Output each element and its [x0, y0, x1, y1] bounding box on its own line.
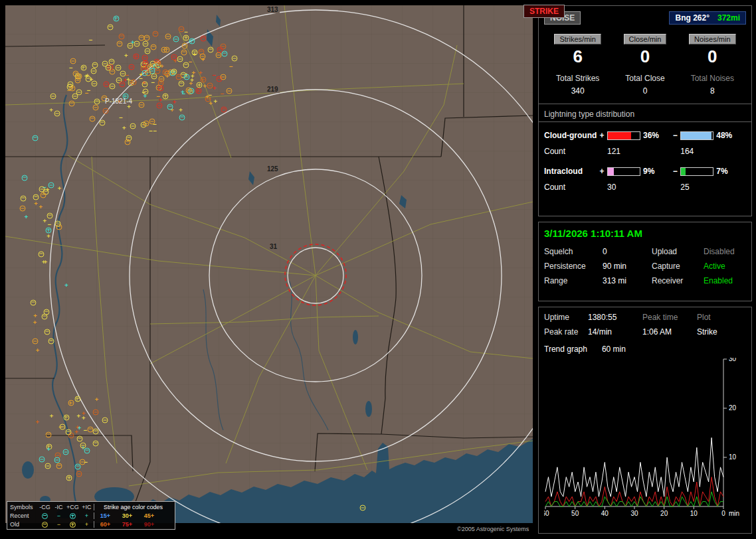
ic-neg-pct: 7% [716, 167, 727, 176]
stormvue-app: ++−++++++++−−+−−++++−+−−+++−+++++++−+−−−… [0, 0, 756, 539]
trend-graph: 1020306050403020100min [544, 358, 747, 521]
age-code-30: 30+ [116, 512, 138, 519]
age-code-15: 15+ [94, 512, 116, 519]
map-canvas [5, 5, 533, 523]
svg-text:20: 20 [729, 404, 737, 412]
minus-sign: − [673, 167, 680, 176]
noises-per-min-button[interactable]: Noises/min [689, 34, 735, 44]
intracloud-label: Intracloud [544, 167, 600, 176]
peak-rate-label: Peak rate [544, 327, 588, 337]
bearing-value: Bng 262° [675, 13, 709, 23]
age-code-60: 60+ [94, 521, 116, 528]
total-close: Total Close 0 [611, 74, 678, 96]
squelch-label: Squelch [544, 247, 603, 256]
plot-label: Plot [697, 313, 746, 322]
persistence-label: Persistence [544, 262, 603, 271]
minus-symbol: − [52, 521, 66, 528]
total-strikes-value: 340 [544, 86, 611, 96]
capture-label: Capture [652, 262, 704, 271]
plus-sign: + [600, 167, 607, 176]
ic-neg-bar [680, 167, 713, 176]
strikes-per-min-button[interactable]: Strikes/min [554, 34, 601, 44]
total-noises: Total Noises 8 [679, 74, 746, 96]
cg-neg-bar [680, 131, 713, 140]
svg-text:30: 30 [630, 510, 638, 517]
legend-age-title: Strike age color codes [94, 504, 172, 510]
status-grid: Squelch 0 Upload Disabled Persistence 90… [544, 247, 746, 285]
ring-label-313: 313 [266, 6, 280, 13]
age-code-75: 75+ [116, 521, 138, 528]
ring-label-219: 219 [266, 86, 280, 93]
total-strikes-label: Total Strikes [544, 74, 611, 83]
plus-symbol: + [80, 521, 94, 528]
total-noises-value: 8 [679, 86, 746, 96]
minus-sign: − [673, 131, 680, 140]
close-per-min-button[interactable]: Close/min [624, 34, 667, 44]
bearing-range: 372mi [717, 13, 740, 23]
svg-text:40: 40 [601, 510, 609, 517]
persistence-value: 90 min [603, 262, 652, 271]
legend-symbols-header: Symbols [10, 504, 38, 510]
ic-neg-count: 25 [680, 183, 689, 192]
strike-mode-button[interactable]: STRIKE [523, 5, 565, 18]
peak-time-value: 1:06 AM [642, 327, 697, 337]
trend-series-intracloud [545, 492, 723, 506]
trend-graph-window: 60 min [602, 345, 626, 354]
age-code-90: 90+ [138, 521, 160, 528]
svg-text:20: 20 [660, 510, 668, 517]
receiver-value: Enabled [704, 276, 746, 285]
svg-text:60: 60 [544, 510, 549, 517]
divider [539, 104, 751, 104]
trend-section: Uptime 1380:55 Peak time Plot Peak rate … [538, 307, 752, 534]
totals-row: Total Strikes 340 Total Close 0 Total No… [544, 74, 746, 96]
peak-rate-value: 14/min [588, 327, 642, 337]
receiver-label: Receiver [652, 276, 704, 285]
plus-symbol: + [80, 512, 94, 519]
cloud-ground-row: Cloud-ground + 36% − 48% [544, 127, 746, 143]
count-label: Count [544, 183, 600, 192]
cg-neg-count: 164 [680, 147, 694, 156]
svg-text:10: 10 [729, 453, 737, 461]
circle-plus-symbol [66, 512, 80, 518]
trend-graph-label: Trend graph [544, 345, 587, 354]
uptime-label: Uptime [544, 313, 588, 322]
total-noises-label: Total Noises [679, 74, 746, 83]
legend-old-row: Old − + 60+ 75+ 90+ [9, 520, 173, 528]
legend-header-row: Symbols -CG -IC +CG +IC Strike age color… [9, 502, 173, 511]
distribution-title: Lightning type distribution [539, 110, 751, 122]
squelch-value: 0 [603, 247, 652, 256]
rate-counters: Strikes/min 6 Close/min 0 Noises/min 0 [544, 34, 746, 67]
range-value: 313 mi [603, 276, 652, 285]
ring-label-31: 31 [268, 243, 278, 250]
cloud-ground-count-row: Count 121 164 [544, 143, 746, 159]
cg-pos-count: 121 [607, 147, 620, 156]
svg-text:min: min [729, 510, 739, 517]
legend-recent-row: Recent − + 15+ 30+ 45+ [9, 511, 173, 520]
trend-series-total-strikes [545, 437, 723, 497]
minus-symbol: − [52, 512, 66, 519]
circle-plus-symbol [66, 520, 80, 527]
plot-value: Strike [697, 327, 746, 337]
strikes-per-min-value: 6 [544, 46, 611, 67]
lightning-map[interactable]: ++−++++++++−−+−−++++−+−−+++−+++++++−+−−−… [5, 5, 533, 523]
ring-label-125: 125 [266, 165, 280, 173]
cg-pos-bar [607, 131, 640, 140]
ic-pos-bar [607, 167, 640, 176]
circle-minus-symbol [38, 512, 52, 518]
close-per-min-value: 0 [611, 46, 678, 67]
uptime-value: 1380:55 [588, 313, 642, 322]
legend-cg-pos-header: +CG [66, 504, 80, 510]
legend-recent-label: Recent [10, 512, 38, 519]
cloud-ground-label: Cloud-ground [544, 131, 600, 140]
legend-cg-neg-header: -CG [38, 504, 52, 510]
status-section: 3/11/2026 1:10:11 AM Squelch 0 Upload Di… [538, 222, 752, 301]
upload-value: Disabled [704, 247, 746, 256]
strikes-per-min: Strikes/min 6 [544, 34, 611, 67]
svg-text:50: 50 [571, 510, 579, 517]
cg-neg-pct: 48% [716, 131, 732, 140]
total-strikes: Total Strikes 340 [544, 74, 611, 96]
ic-pos-count: 30 [607, 183, 616, 192]
stats-section: STRIKE NOISE Bng 262° 372mi Strikes/min … [538, 5, 752, 216]
age-code-45: 45+ [138, 512, 160, 519]
ic-pos-pct: 9% [643, 167, 654, 176]
